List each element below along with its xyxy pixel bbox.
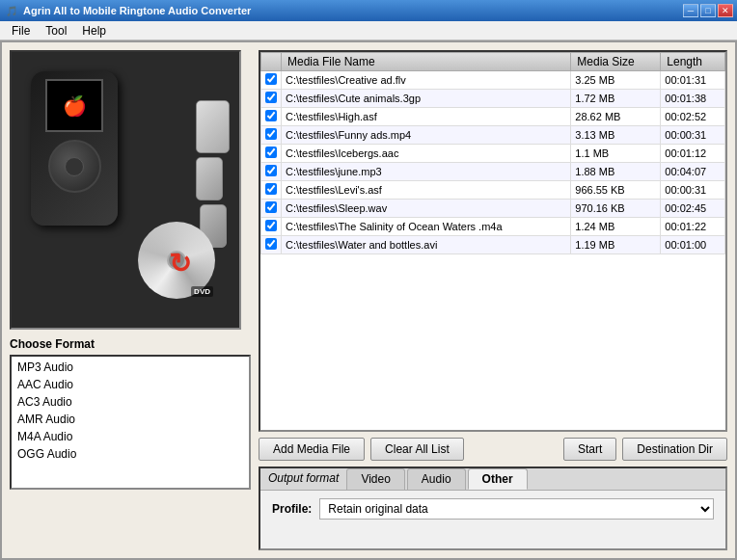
file-table-body: C:\testfiles\Creative ad.flv 3.25 MB 00:… <box>261 71 725 254</box>
row-checkbox-7[interactable] <box>265 201 277 213</box>
row-length: 00:01:12 <box>661 145 725 163</box>
row-check-cell <box>261 218 282 236</box>
close-button[interactable]: ✕ <box>718 4 733 17</box>
menu-tool[interactable]: Tool <box>38 22 74 40</box>
menu-bar: File Tool Help <box>0 21 737 40</box>
file-table: Media File Name Media Size Length C:\tes… <box>260 52 725 254</box>
row-filename: C:\testfiles\Funny ads.mp4 <box>282 126 571 145</box>
output-format-panel: Output format Video Audio Other Profile:… <box>259 467 727 550</box>
profile-label: Profile: <box>272 502 312 516</box>
table-row: C:\testfiles\june.mp3 1.88 MB 00:04:07 <box>261 163 725 181</box>
table-row: C:\testfiles\Cute animals.3gp 1.72 MB 00… <box>261 90 725 108</box>
row-checkbox-0[interactable] <box>265 73 277 85</box>
table-row: C:\testfiles\High.asf 28.62 MB 00:02:52 <box>261 108 725 126</box>
row-filename: C:\testfiles\Water and bottles.avi <box>282 236 571 254</box>
title-bar: 🎵 Agrin All to Mobile Ringtone Audio Con… <box>0 0 737 21</box>
col-length: Length <box>661 53 725 71</box>
destination-dir-button[interactable]: Destination Dir <box>622 438 727 461</box>
format-item-5[interactable]: OGG Audio <box>14 445 247 463</box>
row-length: 00:01:31 <box>661 71 725 90</box>
minimize-button[interactable]: ─ <box>683 4 698 17</box>
row-check-cell <box>261 236 282 254</box>
menu-help[interactable]: Help <box>74 22 114 40</box>
row-check-cell <box>261 108 282 126</box>
col-size: Media Size <box>571 53 661 71</box>
format-item-4[interactable]: M4A Audio <box>14 428 247 445</box>
row-filename: C:\testfiles\Levi's.asf <box>282 181 571 200</box>
small-device-2 <box>196 157 223 200</box>
row-checkbox-1[interactable] <box>265 92 277 103</box>
row-check-cell <box>261 163 282 181</box>
row-checkbox-5[interactable] <box>265 165 277 176</box>
row-checkbox-8[interactable] <box>265 220 277 231</box>
format-section-label: Choose Format <box>10 337 251 351</box>
clear-all-button[interactable]: Clear All List <box>370 438 464 461</box>
main-window: 🍎 ↻ <box>0 40 737 560</box>
table-row: C:\testfiles\Levi's.asf 966.55 KB 00:00:… <box>261 181 725 200</box>
table-row: C:\testfiles\Sleep.wav 970.16 KB 00:02:4… <box>261 200 725 218</box>
row-size: 3.25 MB <box>571 71 661 90</box>
row-filename: C:\testfiles\The Salinity of Ocean Water… <box>282 218 571 236</box>
tabs-row: Output format Video Audio Other <box>260 468 725 491</box>
format-item-3[interactable]: AMR Audio <box>14 411 247 428</box>
format-item-1[interactable]: AAC Audio <box>14 376 247 393</box>
row-filename: C:\testfiles\june.mp3 <box>282 163 571 181</box>
table-header-row: Media File Name Media Size Length <box>261 53 725 71</box>
row-length: 00:01:22 <box>661 218 725 236</box>
row-filename: C:\testfiles\High.asf <box>282 108 571 126</box>
file-table-container[interactable]: Media File Name Media Size Length C:\tes… <box>259 50 727 432</box>
button-row: Add Media File Clear All List Start Dest… <box>259 438 727 461</box>
row-length: 00:01:38 <box>661 90 725 108</box>
row-length: 00:04:07 <box>661 163 725 181</box>
row-size: 1.72 MB <box>571 90 661 108</box>
ipod-wheel-center <box>65 157 84 176</box>
table-row: C:\testfiles\Water and bottles.avi 1.19 … <box>261 236 725 254</box>
maximize-button[interactable]: □ <box>700 4 716 17</box>
table-row: C:\testfiles\The Salinity of Ocean Water… <box>261 218 725 236</box>
row-checkbox-4[interactable] <box>265 147 277 158</box>
start-button[interactable]: Start <box>563 438 616 461</box>
row-length: 00:02:45 <box>661 200 725 218</box>
tab-audio[interactable]: Audio <box>407 468 466 490</box>
format-item-0[interactable]: MP3 Audio <box>14 359 247 376</box>
profile-row: Profile: Retain original dataCustomHigh … <box>272 498 714 520</box>
row-check-cell <box>261 71 282 90</box>
tab-video[interactable]: Video <box>346 468 404 490</box>
table-row: C:\testfiles\Funny ads.mp4 3.13 MB 00:00… <box>261 126 725 145</box>
row-filename: C:\testfiles\Icebergs.aac <box>282 145 571 163</box>
col-filename: Media File Name <box>282 53 571 71</box>
row-length: 00:00:31 <box>661 181 725 200</box>
row-length: 00:00:31 <box>661 126 725 145</box>
row-checkbox-9[interactable] <box>265 238 277 250</box>
row-size: 1.19 MB <box>571 236 661 254</box>
dvd-label: DVD <box>191 286 213 297</box>
profile-select[interactable]: Retain original dataCustomHigh QualityLo… <box>319 498 714 520</box>
row-checkbox-6[interactable] <box>265 183 277 195</box>
row-check-cell <box>261 181 282 200</box>
tab-content-other: Profile: Retain original dataCustomHigh … <box>260 491 725 548</box>
ipod-graphic: 🍎 <box>31 71 118 226</box>
add-media-button[interactable]: Add Media File <box>259 438 365 461</box>
ipod-screen: 🍎 <box>45 79 103 132</box>
row-check-cell <box>261 126 282 145</box>
right-panel: Media File Name Media Size Length C:\tes… <box>259 50 727 550</box>
ipod-wheel <box>48 140 101 193</box>
format-list[interactable]: MP3 AudioAAC AudioAC3 AudioAMR AudioM4A … <box>10 355 251 490</box>
small-device-1 <box>196 100 230 153</box>
format-item-2[interactable]: AC3 Audio <box>14 393 247 411</box>
row-filename: C:\testfiles\Sleep.wav <box>282 200 571 218</box>
row-checkbox-2[interactable] <box>265 110 277 121</box>
format-section: Choose Format MP3 AudioAAC AudioAC3 Audi… <box>10 337 251 550</box>
row-check-cell <box>261 90 282 108</box>
row-size: 28.62 MB <box>571 108 661 126</box>
row-length: 00:02:52 <box>661 108 725 126</box>
apple-logo-icon: 🍎 <box>63 94 87 118</box>
left-panel: 🍎 ↻ <box>10 50 251 550</box>
row-filename: C:\testfiles\Creative ad.flv <box>282 71 571 90</box>
row-checkbox-3[interactable] <box>265 128 277 140</box>
table-row: C:\testfiles\Icebergs.aac 1.1 MB 00:01:1… <box>261 145 725 163</box>
tab-other[interactable]: Other <box>468 468 528 490</box>
row-size: 970.16 KB <box>571 200 661 218</box>
row-size: 1.88 MB <box>571 163 661 181</box>
menu-file[interactable]: File <box>4 22 38 40</box>
